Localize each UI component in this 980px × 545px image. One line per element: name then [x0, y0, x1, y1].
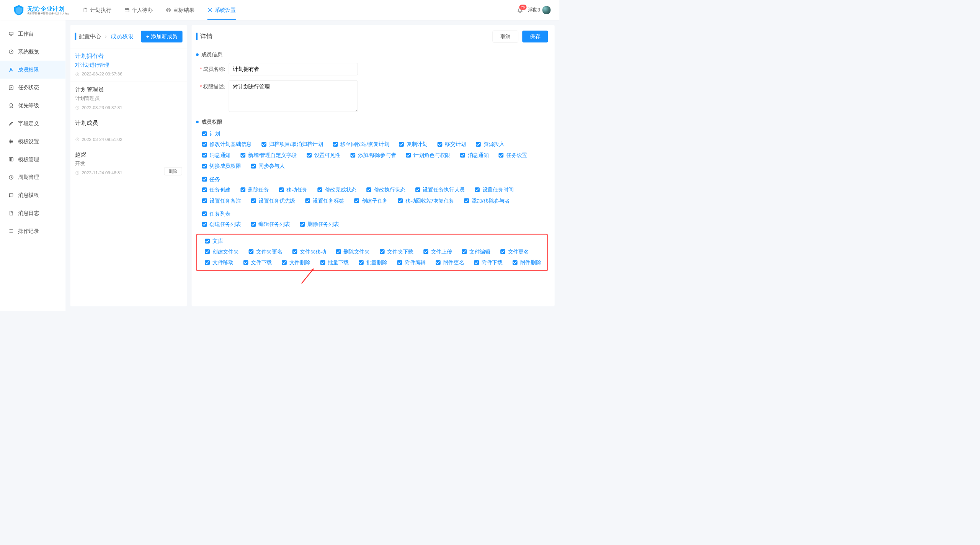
breadcrumb-root[interactable]: 配置中心 [78, 33, 101, 39]
sidebar-item-msg-log[interactable]: 消息日志 [0, 204, 65, 222]
sidebar-item-fields[interactable]: 字段定义 [0, 115, 65, 133]
sidebar-item-overview[interactable]: 系统概览 [0, 43, 65, 61]
doc-icon [8, 210, 14, 216]
perm-checkbox[interactable]: 计划角色与权限 [406, 152, 450, 159]
perm-checkbox[interactable]: 任务设置 [499, 152, 527, 159]
svg-point-3 [168, 9, 170, 11]
perm-checkbox[interactable]: 移交计划 [438, 141, 466, 148]
cancel-button[interactable]: 取消 [493, 31, 518, 43]
sidebar-item-label: 模板设置 [18, 138, 39, 145]
perm-checkbox[interactable]: 文件上传 [423, 248, 452, 255]
perm-checkbox[interactable]: 修改计划基础信息 [202, 141, 252, 148]
perm-checkbox[interactable]: 消息通知 [460, 152, 488, 159]
perm-checkbox[interactable]: 批量下载 [320, 259, 349, 266]
perm-checkbox[interactable]: 附件更名 [436, 259, 464, 266]
svg-point-2 [167, 8, 170, 12]
perm-checkbox[interactable]: 创建文件夹 [205, 248, 238, 255]
sidebar-item-workbench[interactable]: 工作台 [0, 25, 65, 43]
perm-checkbox[interactable]: 设置任务备注 [202, 197, 241, 204]
logo[interactable]: 无忧·企业计划 项目管理·目标管理·任务计划·个人待办 [13, 4, 70, 16]
sidebar-item-members[interactable]: 成员权限 [0, 61, 65, 79]
perm-group-checkbox[interactable]: 计划 [202, 130, 220, 137]
svg-rect-8 [9, 86, 13, 90]
perm-checkbox[interactable]: 复制计划 [399, 141, 427, 148]
sidebar-item-tpl-mgmt[interactable]: 模板管理 [0, 151, 65, 169]
tab-personal[interactable]: 个人待办 [124, 0, 153, 20]
user-menu[interactable]: 浮世3 [528, 6, 551, 14]
perm-checkbox[interactable]: 设置任务时间 [475, 186, 514, 193]
member-name-input[interactable] [229, 63, 358, 75]
perm-checkbox[interactable]: 消息通知 [202, 152, 230, 159]
perm-checkbox[interactable]: 文件删除 [282, 259, 310, 266]
perm-checkbox[interactable]: 删除任务 [240, 186, 269, 193]
perm-checkbox[interactable]: 文件编辑 [462, 248, 490, 255]
perm-checkbox[interactable]: 附件删除 [513, 259, 541, 266]
sidebar-item-status[interactable]: 任务状态 [0, 79, 65, 97]
perm-checkbox[interactable]: 创建子任务 [354, 197, 388, 204]
perm-checkbox[interactable]: 文件夹更名 [249, 248, 283, 255]
tab-okr[interactable]: 目标结果 [166, 0, 194, 20]
perm-group-checkbox[interactable]: 任务列表 [202, 210, 230, 217]
perm-group-checkbox[interactable]: 任务 [202, 176, 220, 183]
sidebar-item-cycles[interactable]: 周期管理 [0, 169, 65, 187]
perm-checkbox[interactable]: 资源投入 [476, 141, 504, 148]
perm-checkbox[interactable]: 任务创建 [202, 186, 230, 193]
perm-checkbox[interactable]: 设置任务执行人员 [415, 186, 465, 193]
perm-checkbox[interactable]: 文件下载 [243, 259, 272, 266]
sidebar: 工作台系统概览成员权限任务状态优先等级字段定义模板设置模板管理周期管理消息模板消… [0, 20, 65, 311]
role-card[interactable]: 计划管理员计划管理员2022-03-23 09:37:31 [70, 82, 187, 115]
perm-checkbox[interactable]: 同步参与人 [251, 163, 285, 170]
perm-checkbox[interactable]: 添加/移除参与者 [350, 152, 396, 159]
sidebar-item-msg-tpl[interactable]: 消息模板 [0, 186, 65, 204]
perm-checkbox[interactable]: 移动回收站/恢复任务 [398, 197, 454, 204]
notifications-icon[interactable]: 76 [517, 7, 523, 13]
perm-label: 资源投入 [483, 141, 505, 148]
tab-plan-exec[interactable]: 计划执行 [83, 0, 111, 20]
perm-checkbox[interactable]: 附件下载 [474, 259, 503, 266]
sidebar-item-label: 操作记录 [18, 227, 39, 234]
perm-checkbox[interactable]: 编辑任务列表 [251, 221, 290, 228]
perm-checkbox[interactable]: 创建任务列表 [202, 221, 241, 228]
perm-checkbox[interactable]: 移动任务 [279, 186, 307, 193]
sidebar-item-label: 任务状态 [18, 84, 39, 91]
permission-desc-textarea[interactable] [229, 80, 358, 112]
tab-settings[interactable]: 系统设置 [207, 0, 236, 20]
perm-checkbox[interactable]: 文件夹下载 [380, 248, 413, 255]
perm-label: 移动任务 [286, 186, 307, 193]
perm-checkbox[interactable]: 添加/移除参与者 [464, 197, 510, 204]
perm-label: 批量下载 [328, 259, 349, 266]
perm-checkbox[interactable]: 附件编辑 [397, 259, 426, 266]
perm-checkbox[interactable]: 文件移动 [205, 259, 233, 266]
perm-checkbox[interactable]: 文件更名 [500, 248, 529, 255]
role-desc: 对计划进行管理 [75, 62, 182, 68]
perm-checkbox[interactable]: 归档项目/取消归档计划 [261, 141, 323, 148]
sidebar-item-priority[interactable]: 优先等级 [0, 97, 65, 115]
sidebar-item-label: 周期管理 [18, 174, 39, 181]
perm-checkbox[interactable]: 修改执行状态 [366, 186, 405, 193]
sidebar-item-audit[interactable]: 操作记录 [0, 222, 65, 240]
perm-checkbox[interactable]: 移至回收站/恢复计划 [333, 141, 389, 148]
perm-checkbox[interactable]: 新增/管理自定义字段 [240, 152, 297, 159]
perm-label: 文件上传 [431, 248, 452, 255]
perm-group-checkbox[interactable]: 文库 [205, 237, 223, 244]
role-card[interactable]: 计划拥有者对计划进行管理2022-03-22 09:57:36 [70, 48, 187, 82]
role-card[interactable]: 赵煜开发2022-11-24 09:46:31删除 [70, 147, 187, 180]
perm-checkbox[interactable]: 删除文件夹 [336, 248, 370, 255]
add-member-button[interactable]: + 添加新成员 [141, 31, 182, 43]
perm-label: 删除任务 [248, 186, 269, 193]
role-card[interactable]: 计划成员2022-03-24 09:51:02 [70, 115, 187, 147]
perm-checkbox[interactable]: 修改完成状态 [317, 186, 356, 193]
perm-label: 删除任务列表 [307, 221, 339, 228]
perm-checkbox[interactable]: 切换成员权限 [202, 163, 241, 170]
perm-label: 消息通知 [468, 152, 489, 159]
sidebar-item-templates[interactable]: 模板设置 [0, 133, 65, 151]
perm-checkbox[interactable]: 文件夹移动 [292, 248, 326, 255]
perm-label: 文件夹更名 [256, 248, 282, 255]
perm-checkbox[interactable]: 设置任务标签 [305, 197, 344, 204]
perm-checkbox[interactable]: 删除任务列表 [300, 221, 339, 228]
save-button[interactable]: 保存 [522, 31, 548, 43]
perm-checkbox[interactable]: 设置可见性 [307, 152, 340, 159]
delete-role-button[interactable]: 删除 [164, 167, 182, 175]
perm-checkbox[interactable]: 设置任务优先级 [251, 197, 295, 204]
perm-checkbox[interactable]: 批量删除 [359, 259, 387, 266]
